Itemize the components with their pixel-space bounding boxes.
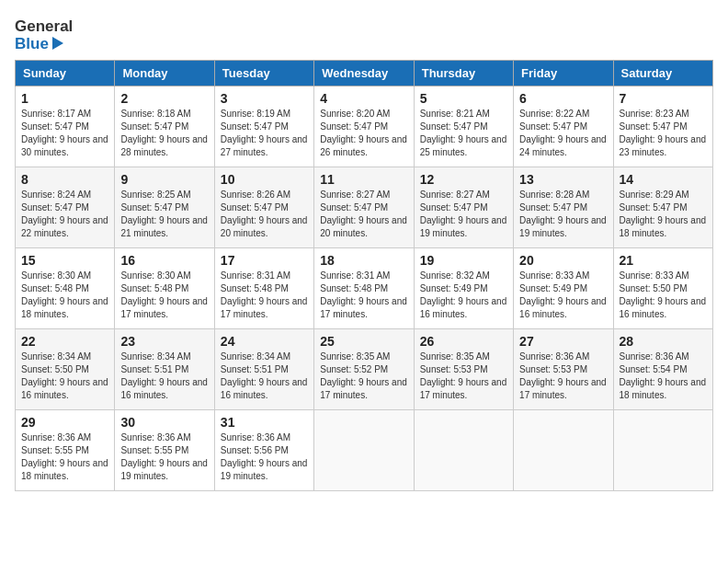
calendar-cell: 16Sunrise: 8:30 AMSunset: 5:48 PMDayligh… bbox=[115, 248, 214, 329]
day-number: 31 bbox=[221, 415, 308, 430]
day-info: Sunrise: 8:36 AMSunset: 5:53 PMDaylight:… bbox=[519, 350, 607, 402]
logo: General Blue bbox=[15, 18, 73, 52]
day-info: Sunrise: 8:28 AMSunset: 5:47 PMDaylight:… bbox=[519, 189, 607, 240]
logo-general: General bbox=[15, 18, 73, 36]
calendar-week-4: 22Sunrise: 8:34 AMSunset: 5:50 PMDayligh… bbox=[16, 329, 713, 410]
day-info: Sunrise: 8:34 AMSunset: 5:51 PMDaylight:… bbox=[120, 350, 208, 402]
day-number: 22 bbox=[21, 334, 108, 349]
header-tuesday: Tuesday bbox=[214, 61, 313, 86]
day-info: Sunrise: 8:27 AMSunset: 5:47 PMDaylight:… bbox=[320, 189, 407, 240]
calendar-cell: 30Sunrise: 8:36 AMSunset: 5:55 PMDayligh… bbox=[115, 410, 214, 491]
day-info: Sunrise: 8:31 AMSunset: 5:48 PMDaylight:… bbox=[320, 270, 407, 321]
calendar-cell: 2Sunrise: 8:18 AMSunset: 5:47 PMDaylight… bbox=[115, 86, 214, 167]
day-info: Sunrise: 8:20 AMSunset: 5:47 PMDaylight:… bbox=[320, 108, 407, 159]
day-info: Sunrise: 8:17 AMSunset: 5:47 PMDaylight:… bbox=[21, 108, 108, 159]
calendar-cell: 13Sunrise: 8:28 AMSunset: 5:47 PMDayligh… bbox=[514, 167, 613, 248]
calendar-cell: 10Sunrise: 8:26 AMSunset: 5:47 PMDayligh… bbox=[214, 167, 313, 248]
logo-text: General Blue bbox=[15, 18, 73, 52]
calendar-cell: 22Sunrise: 8:34 AMSunset: 5:50 PMDayligh… bbox=[16, 329, 115, 410]
day-number: 25 bbox=[320, 334, 407, 349]
calendar-cell: 17Sunrise: 8:31 AMSunset: 5:48 PMDayligh… bbox=[214, 248, 313, 329]
day-number: 18 bbox=[320, 253, 407, 268]
day-number: 15 bbox=[21, 253, 108, 268]
calendar-cell: 27Sunrise: 8:36 AMSunset: 5:53 PMDayligh… bbox=[514, 329, 613, 410]
day-number: 3 bbox=[221, 91, 308, 106]
day-info: Sunrise: 8:34 AMSunset: 5:51 PMDaylight:… bbox=[221, 350, 308, 402]
day-info: Sunrise: 8:36 AMSunset: 5:55 PMDaylight:… bbox=[21, 431, 108, 483]
day-number: 9 bbox=[120, 172, 208, 187]
calendar-cell: 7Sunrise: 8:23 AMSunset: 5:47 PMDaylight… bbox=[613, 86, 712, 167]
day-number: 20 bbox=[519, 253, 607, 268]
calendar-cell bbox=[414, 410, 513, 491]
header-wednesday: Wednesday bbox=[314, 61, 414, 86]
day-number: 4 bbox=[320, 91, 407, 106]
day-info: Sunrise: 8:30 AMSunset: 5:48 PMDaylight:… bbox=[120, 270, 208, 321]
day-info: Sunrise: 8:36 AMSunset: 5:54 PMDaylight:… bbox=[620, 350, 707, 402]
calendar-week-3: 15Sunrise: 8:30 AMSunset: 5:48 PMDayligh… bbox=[16, 248, 713, 329]
calendar-cell: 15Sunrise: 8:30 AMSunset: 5:48 PMDayligh… bbox=[16, 248, 115, 329]
header-sunday: Sunday bbox=[16, 61, 115, 86]
day-number: 2 bbox=[120, 91, 208, 106]
day-number: 6 bbox=[519, 91, 607, 106]
day-number: 12 bbox=[420, 172, 507, 187]
calendar-cell bbox=[514, 410, 613, 491]
header-saturday: Saturday bbox=[613, 61, 712, 86]
day-number: 26 bbox=[420, 334, 507, 349]
calendar-cell: 23Sunrise: 8:34 AMSunset: 5:51 PMDayligh… bbox=[115, 329, 214, 410]
day-number: 19 bbox=[420, 253, 507, 268]
header-thursday: Thursday bbox=[414, 61, 513, 86]
day-number: 16 bbox=[120, 253, 208, 268]
calendar-cell: 12Sunrise: 8:27 AMSunset: 5:47 PMDayligh… bbox=[414, 167, 513, 248]
calendar-cell: 26Sunrise: 8:35 AMSunset: 5:53 PMDayligh… bbox=[414, 329, 513, 410]
calendar-cell: 5Sunrise: 8:21 AMSunset: 5:47 PMDaylight… bbox=[414, 86, 513, 167]
day-number: 1 bbox=[21, 91, 108, 106]
day-number: 30 bbox=[120, 415, 208, 430]
calendar-cell: 21Sunrise: 8:33 AMSunset: 5:50 PMDayligh… bbox=[613, 248, 712, 329]
header-monday: Monday bbox=[115, 61, 214, 86]
day-number: 23 bbox=[120, 334, 208, 349]
day-number: 5 bbox=[420, 91, 507, 106]
day-info: Sunrise: 8:23 AMSunset: 5:47 PMDaylight:… bbox=[620, 108, 707, 159]
calendar-cell: 20Sunrise: 8:33 AMSunset: 5:49 PMDayligh… bbox=[514, 248, 613, 329]
day-number: 7 bbox=[620, 91, 707, 106]
day-info: Sunrise: 8:27 AMSunset: 5:47 PMDaylight:… bbox=[420, 189, 507, 240]
logo-blue: Blue bbox=[15, 36, 73, 53]
calendar-cell: 9Sunrise: 8:25 AMSunset: 5:47 PMDaylight… bbox=[115, 167, 214, 248]
calendar-cell: 28Sunrise: 8:36 AMSunset: 5:54 PMDayligh… bbox=[613, 329, 712, 410]
calendar-cell: 3Sunrise: 8:19 AMSunset: 5:47 PMDaylight… bbox=[214, 86, 313, 167]
calendar-cell: 14Sunrise: 8:29 AMSunset: 5:47 PMDayligh… bbox=[613, 167, 712, 248]
day-info: Sunrise: 8:19 AMSunset: 5:47 PMDaylight:… bbox=[221, 108, 308, 159]
day-info: Sunrise: 8:25 AMSunset: 5:47 PMDaylight:… bbox=[120, 189, 208, 240]
calendar-cell bbox=[314, 410, 414, 491]
day-number: 10 bbox=[221, 172, 308, 187]
calendar-cell: 19Sunrise: 8:32 AMSunset: 5:49 PMDayligh… bbox=[414, 248, 513, 329]
logo-arrow-icon bbox=[52, 37, 63, 50]
day-number: 17 bbox=[221, 253, 308, 268]
calendar-cell: 8Sunrise: 8:24 AMSunset: 5:47 PMDaylight… bbox=[16, 167, 115, 248]
day-number: 29 bbox=[21, 415, 108, 430]
header-friday: Friday bbox=[514, 61, 613, 86]
calendar-cell: 31Sunrise: 8:36 AMSunset: 5:56 PMDayligh… bbox=[214, 410, 313, 491]
page-header: General Blue bbox=[15, 15, 713, 52]
day-info: Sunrise: 8:33 AMSunset: 5:49 PMDaylight:… bbox=[519, 270, 607, 321]
calendar-cell bbox=[613, 410, 712, 491]
calendar-table: SundayMondayTuesdayWednesdayThursdayFrid… bbox=[15, 60, 713, 491]
calendar-cell: 18Sunrise: 8:31 AMSunset: 5:48 PMDayligh… bbox=[314, 248, 414, 329]
calendar-week-2: 8Sunrise: 8:24 AMSunset: 5:47 PMDaylight… bbox=[16, 167, 713, 248]
calendar-cell: 1Sunrise: 8:17 AMSunset: 5:47 PMDaylight… bbox=[16, 86, 115, 167]
day-info: Sunrise: 8:36 AMSunset: 5:55 PMDaylight:… bbox=[120, 431, 208, 483]
day-info: Sunrise: 8:31 AMSunset: 5:48 PMDaylight:… bbox=[221, 270, 308, 321]
calendar-body: 1Sunrise: 8:17 AMSunset: 5:47 PMDaylight… bbox=[16, 86, 713, 491]
calendar-cell: 11Sunrise: 8:27 AMSunset: 5:47 PMDayligh… bbox=[314, 167, 414, 248]
day-info: Sunrise: 8:26 AMSunset: 5:47 PMDaylight:… bbox=[221, 189, 308, 240]
day-info: Sunrise: 8:18 AMSunset: 5:47 PMDaylight:… bbox=[120, 108, 208, 159]
day-info: Sunrise: 8:22 AMSunset: 5:47 PMDaylight:… bbox=[519, 108, 607, 159]
calendar-cell: 25Sunrise: 8:35 AMSunset: 5:52 PMDayligh… bbox=[314, 329, 414, 410]
day-number: 21 bbox=[620, 253, 707, 268]
day-info: Sunrise: 8:32 AMSunset: 5:49 PMDaylight:… bbox=[420, 270, 507, 321]
day-number: 14 bbox=[620, 172, 707, 187]
calendar-week-5: 29Sunrise: 8:36 AMSunset: 5:55 PMDayligh… bbox=[16, 410, 713, 491]
day-info: Sunrise: 8:35 AMSunset: 5:52 PMDaylight:… bbox=[320, 350, 407, 402]
day-number: 8 bbox=[21, 172, 108, 187]
day-info: Sunrise: 8:34 AMSunset: 5:50 PMDaylight:… bbox=[21, 350, 108, 402]
